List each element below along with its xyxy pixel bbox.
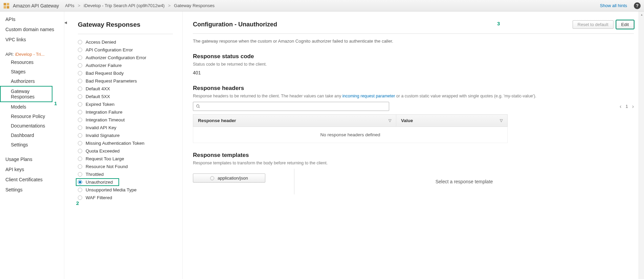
gateway-response-item[interactable]: API Configuration Error bbox=[78, 46, 173, 54]
service-name: Amazon API Gateway bbox=[13, 3, 59, 8]
radio-icon bbox=[78, 195, 82, 200]
radio-icon bbox=[78, 110, 82, 114]
svg-rect-3 bbox=[7, 6, 9, 8]
response-templates-heading: Response templates bbox=[193, 152, 634, 159]
gateway-response-label: Bad Request Body bbox=[86, 71, 124, 76]
radio-icon bbox=[78, 164, 82, 169]
sort-icon: ▽ bbox=[500, 118, 503, 123]
scrollbar[interactable]: ▴ bbox=[639, 11, 644, 279]
gateway-response-item[interactable]: Missing Authentication Token bbox=[78, 139, 173, 147]
aws-service-icon bbox=[3, 2, 10, 9]
gateway-response-item[interactable]: Authorizer Configuration Error bbox=[78, 54, 173, 62]
sidebar: ◀ APIs Custom domain names VPC links API… bbox=[0, 11, 64, 279]
gateway-response-label: Unauthorized bbox=[86, 180, 113, 185]
gateway-response-label: Missing Authentication Token bbox=[86, 141, 145, 146]
sidebar-item-api-settings[interactable]: Settings bbox=[0, 140, 64, 149]
pager-page-number: 1 bbox=[625, 104, 628, 109]
gateway-response-item[interactable]: Expired Token bbox=[78, 100, 173, 108]
sidebar-item-client-certificates[interactable]: Client Certificates bbox=[0, 175, 64, 185]
svg-point-4 bbox=[197, 105, 199, 108]
breadcrumb-separator: > bbox=[168, 3, 171, 8]
gateway-response-item[interactable]: Access Denied bbox=[78, 38, 173, 46]
edit-button[interactable]: Edit bbox=[616, 20, 634, 29]
scroll-up-icon[interactable]: ▴ bbox=[639, 11, 644, 17]
gateway-response-item[interactable]: Resource Not Found bbox=[78, 163, 173, 170]
sidebar-api-label: API: iDevelop - Tri... bbox=[0, 49, 64, 57]
svg-rect-1 bbox=[7, 3, 9, 5]
radio-icon bbox=[78, 63, 82, 68]
gateway-response-item[interactable]: Bad Request Body bbox=[78, 69, 173, 77]
sidebar-item-authorizers[interactable]: Authorizers bbox=[0, 76, 64, 86]
radio-icon bbox=[78, 149, 82, 153]
sidebar-item-usage-plans[interactable]: Usage Plans bbox=[0, 154, 64, 164]
gateway-response-item[interactable]: Invalid Signature bbox=[78, 132, 173, 139]
th-value[interactable]: Value ▽ bbox=[396, 115, 507, 126]
svg-rect-0 bbox=[4, 3, 6, 5]
gateway-response-item[interactable]: Unauthorized bbox=[76, 178, 119, 186]
gateway-response-label: Unsupported Media Type bbox=[86, 187, 137, 192]
search-icon bbox=[196, 104, 200, 109]
pager-next-icon[interactable]: › bbox=[632, 103, 634, 110]
sidebar-api-name[interactable]: iDevelop - Tri... bbox=[15, 52, 44, 57]
pager-prev-icon[interactable]: ‹ bbox=[620, 103, 621, 110]
gateway-response-item[interactable]: Integration Timeout bbox=[78, 116, 173, 124]
sidebar-item-resource-policy[interactable]: Resource Policy bbox=[0, 112, 64, 121]
headers-search-input[interactable] bbox=[202, 104, 386, 109]
radio-icon bbox=[78, 118, 82, 122]
radio-icon bbox=[78, 188, 82, 192]
sidebar-item-stages[interactable]: Stages bbox=[0, 67, 64, 76]
sidebar-item-apis[interactable]: APIs bbox=[0, 14, 64, 24]
radio-icon bbox=[78, 71, 82, 75]
reset-to-default-button[interactable]: Reset to default bbox=[573, 20, 614, 29]
sidebar-item-settings[interactable]: Settings bbox=[0, 185, 64, 195]
breadcrumb-apis[interactable]: APIs bbox=[65, 3, 74, 8]
gateway-response-item[interactable]: Default 4XX bbox=[78, 85, 173, 93]
gateway-response-item[interactable]: WAF Filtered bbox=[78, 194, 173, 202]
annotation-3: 3 bbox=[497, 21, 500, 26]
gateway-response-item[interactable]: Request Too Large bbox=[78, 155, 173, 163]
gateway-response-item[interactable]: Quota Exceeded bbox=[78, 147, 173, 155]
gateway-response-item[interactable]: Unsupported Media Type bbox=[78, 186, 173, 194]
radio-icon bbox=[210, 176, 214, 180]
gateway-response-item[interactable]: Throttled bbox=[78, 170, 173, 178]
sidebar-item-documentations[interactable]: Documentations bbox=[0, 121, 64, 131]
sidebar-collapse-handle[interactable]: ◀ bbox=[64, 19, 67, 26]
radio-icon bbox=[78, 172, 82, 177]
gateway-response-item[interactable]: Invalid API Key bbox=[78, 124, 173, 132]
help-icon[interactable]: ? bbox=[634, 2, 641, 9]
gateway-response-label: Bad Request Parameters bbox=[86, 78, 137, 84]
configuration-description: The gateway response when the custom or … bbox=[193, 39, 634, 44]
sidebar-item-api-keys[interactable]: API keys bbox=[0, 164, 64, 175]
response-headers-sub: Response headers to be returned to the c… bbox=[193, 94, 634, 98]
th-response-header[interactable]: Response header ▽ bbox=[193, 115, 396, 126]
gateway-response-item[interactable]: Default 5XX bbox=[78, 93, 173, 100]
gateway-response-label: API Configuration Error bbox=[86, 47, 133, 52]
radio-icon bbox=[78, 141, 82, 145]
gateway-response-item[interactable]: Authorizer Failure bbox=[78, 62, 173, 69]
annotation-1: 1 bbox=[54, 100, 57, 106]
radio-icon bbox=[78, 102, 82, 107]
sidebar-item-vpc-links[interactable]: VPC links bbox=[0, 34, 64, 45]
sidebar-item-dashboard[interactable]: Dashboard bbox=[0, 131, 64, 140]
sidebar-item-custom-domain-names[interactable]: Custom domain names bbox=[0, 24, 64, 34]
gateway-response-item[interactable]: Integration Failure bbox=[78, 108, 173, 116]
radio-icon bbox=[78, 40, 82, 44]
show-hints-link[interactable]: Show all hints bbox=[600, 3, 627, 8]
sidebar-item-resources[interactable]: Resources bbox=[0, 57, 64, 67]
headers-search-box[interactable] bbox=[193, 102, 389, 111]
response-headers-table: Response header ▽ Value ▽ No response he… bbox=[193, 114, 508, 143]
svg-line-5 bbox=[199, 107, 200, 108]
sidebar-item-gateway-responses[interactable]: Gateway Responses bbox=[0, 86, 52, 102]
gateway-response-item[interactable]: Bad Request Parameters bbox=[78, 77, 173, 85]
gateway-response-label: Quota Exceeded bbox=[86, 148, 120, 154]
gateway-response-label: Authorizer Failure bbox=[86, 63, 122, 68]
breadcrumb-api[interactable]: iDevelop - Trip Search API (op9h7012w4) bbox=[84, 3, 164, 8]
radio-icon bbox=[78, 94, 82, 99]
gateway-response-label: Invalid Signature bbox=[86, 133, 120, 138]
incoming-request-parameter-link[interactable]: incoming request parameter bbox=[342, 94, 395, 98]
radio-icon bbox=[78, 180, 82, 184]
gateway-response-label: Default 5XX bbox=[86, 94, 110, 99]
gateway-response-label: WAF Filtered bbox=[86, 195, 112, 200]
template-option-application-json[interactable]: application/json bbox=[193, 173, 265, 183]
configuration-panel: Configuration - Unauthorized Reset to de… bbox=[183, 11, 644, 279]
